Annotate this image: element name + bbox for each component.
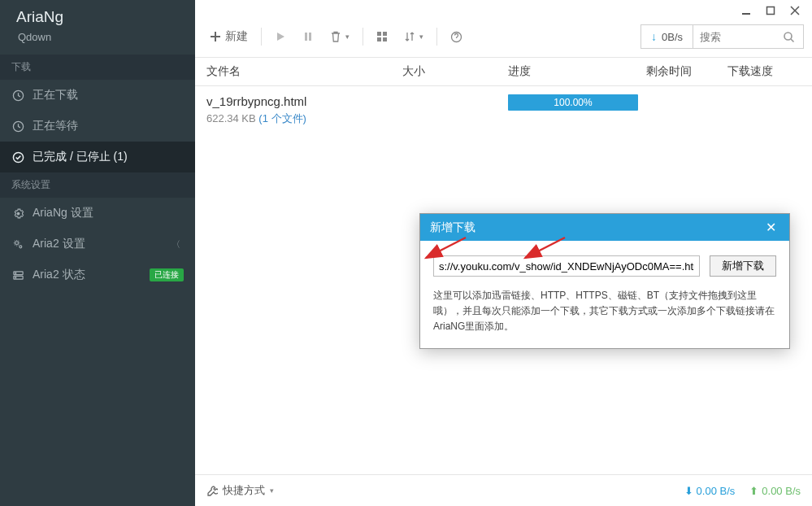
svg-rect-11 <box>305 33 307 41</box>
speed-value: 0B/s <box>662 31 683 43</box>
download-arrow-icon: ↓ <box>651 30 657 43</box>
svg-point-8 <box>15 277 15 277</box>
sort-button[interactable]: ▾ <box>397 28 430 46</box>
sidebar: AriaNg Qdown 下载 正在下载 正在等待 已完成 / 已停止 (1) … <box>0 0 195 506</box>
svg-rect-15 <box>377 37 381 41</box>
chevron-down-icon: ▾ <box>270 486 274 495</box>
plus-icon <box>210 31 221 42</box>
server-icon <box>11 268 24 281</box>
view-grid-button[interactable] <box>370 28 394 46</box>
col-progress[interactable]: 进度 <box>508 64 646 79</box>
svg-point-18 <box>784 33 792 40</box>
statusbar-right: ⬇ 0.00 B/s ⬆ 0.00 B/s <box>684 485 801 497</box>
task-filesize: 622.34 KB (1 个文件) <box>206 111 402 126</box>
titlebar <box>195 0 812 21</box>
speed-indicator: ↓ 0B/s <box>641 25 693 48</box>
separator <box>261 28 262 46</box>
svg-point-7 <box>15 273 15 273</box>
upload-rate: ⬆ 0.00 B/s <box>749 485 801 497</box>
sidebar-item-label: 正在下载 <box>33 88 184 103</box>
search-button[interactable] <box>775 25 803 48</box>
delete-button[interactable]: ▾ <box>323 28 356 46</box>
sidebar-header: AriaNg Qdown <box>0 0 195 55</box>
statusbar: 快捷方式 ▾ ⬇ 0.00 B/s ⬆ 0.00 B/s <box>195 474 812 506</box>
modal-titlebar: 新增下载 ✕ <box>420 214 789 241</box>
modal-input-row: 新增下载 <box>433 255 776 277</box>
task-filename: v_19rrbypncg.html <box>206 94 402 108</box>
svg-rect-14 <box>383 32 387 36</box>
add-download-button[interactable]: 新增下载 <box>710 255 776 277</box>
svg-point-4 <box>19 245 21 247</box>
sidebar-item-label: 已完成 / 已停止 (1) <box>33 150 184 164</box>
sidebar-item-label: 正在等待 <box>33 119 184 133</box>
sidebar-item-aria2-settings[interactable]: Aria2 设置 〈 <box>0 229 195 260</box>
new-download-modal: 新增下载 ✕ 新增下载 这里可以添加迅雷链接、HTTP、HTTPS、磁链、BT（… <box>419 213 790 349</box>
toolbar: 新建 ▾ ▾ ↓ 0B/s <box>195 21 812 58</box>
svg-rect-10 <box>767 7 775 15</box>
chevron-left-icon[interactable]: 〈 <box>168 238 184 251</box>
modal-help-text: 这里可以添加迅雷链接、HTTP、HTTPS、磁链、BT（支持文件拖拽到这里哦），… <box>433 288 776 335</box>
sidebar-item-label: Aria2 设置 <box>33 237 160 251</box>
sidebar-item-waiting[interactable]: 正在等待 <box>0 111 195 142</box>
close-button[interactable] <box>789 5 801 16</box>
col-size[interactable]: 大小 <box>402 64 508 79</box>
svg-rect-16 <box>383 37 387 41</box>
url-input[interactable] <box>433 255 700 277</box>
sidebar-item-finished[interactable]: 已完成 / 已停止 (1) <box>0 142 195 172</box>
wrench-icon <box>206 485 218 496</box>
col-speed[interactable]: 下载速度 <box>727 64 801 79</box>
search-box: ↓ 0B/s <box>640 24 804 49</box>
download-rate: ⬇ 0.00 B/s <box>684 485 736 497</box>
sidebar-item-aria2-status[interactable]: Aria2 状态 已连接 <box>0 260 195 290</box>
new-button[interactable]: 新建 <box>203 26 254 47</box>
maximize-button[interactable] <box>765 5 776 16</box>
app-title: AriaNg <box>16 8 179 26</box>
svg-point-3 <box>15 241 18 244</box>
separator <box>436 28 437 46</box>
app-subtitle: Qdown <box>16 31 179 43</box>
gears-icon <box>11 238 24 251</box>
task-name-block: v_19rrbypncg.html 622.34 KB (1 个文件) <box>206 94 402 126</box>
search-input[interactable] <box>693 25 775 48</box>
modal-body: 新增下载 这里可以添加迅雷链接、HTTP、HTTPS、磁链、BT（支持文件拖拽到… <box>420 241 789 348</box>
sidebar-item-ariang-settings[interactable]: AriaNg 设置 <box>0 198 195 229</box>
task-progress: 100.00% <box>508 94 646 126</box>
file-count[interactable]: (1 个文件) <box>258 112 306 124</box>
pause-button[interactable] <box>296 28 320 46</box>
task-row[interactable]: v_19rrbypncg.html 622.34 KB (1 个文件) 100.… <box>195 86 812 139</box>
minimize-button[interactable] <box>740 5 752 16</box>
modal-title-text: 新增下载 <box>430 220 475 235</box>
sidebar-item-downloading[interactable]: 正在下载 <box>0 80 195 111</box>
col-name[interactable]: 文件名 <box>206 64 402 79</box>
sidebar-section-settings: 系统设置 <box>0 172 195 198</box>
sidebar-item-label: Aria2 状态 <box>33 268 141 282</box>
status-badge: 已连接 <box>150 268 184 281</box>
help-button[interactable] <box>444 28 469 46</box>
download-icon: ⬇ <box>684 485 693 497</box>
check-circle-icon <box>11 150 24 164</box>
main-area: 新建 ▾ ▾ ↓ 0B/s 文件名 大小 进度 剩余 <box>195 0 812 506</box>
svg-rect-12 <box>309 33 311 41</box>
sidebar-item-label: AriaNg 设置 <box>33 206 184 220</box>
sidebar-section-download: 下载 <box>0 55 195 80</box>
clock-icon <box>11 89 24 102</box>
separator <box>363 28 363 46</box>
clock-icon <box>11 120 24 133</box>
quick-label: 快捷方式 <box>223 483 265 498</box>
upload-icon: ⬆ <box>749 485 758 497</box>
svg-rect-13 <box>377 32 381 36</box>
modal-close-button[interactable]: ✕ <box>762 220 779 235</box>
col-remaining[interactable]: 剩余时间 <box>646 64 727 79</box>
quick-shortcut[interactable]: 快捷方式 ▾ <box>206 483 274 498</box>
table-header: 文件名 大小 进度 剩余时间 下载速度 <box>195 58 812 86</box>
new-label: 新建 <box>225 29 248 44</box>
progress-bar: 100.00% <box>508 94 638 111</box>
gear-icon <box>11 207 24 220</box>
play-button[interactable] <box>268 28 293 46</box>
